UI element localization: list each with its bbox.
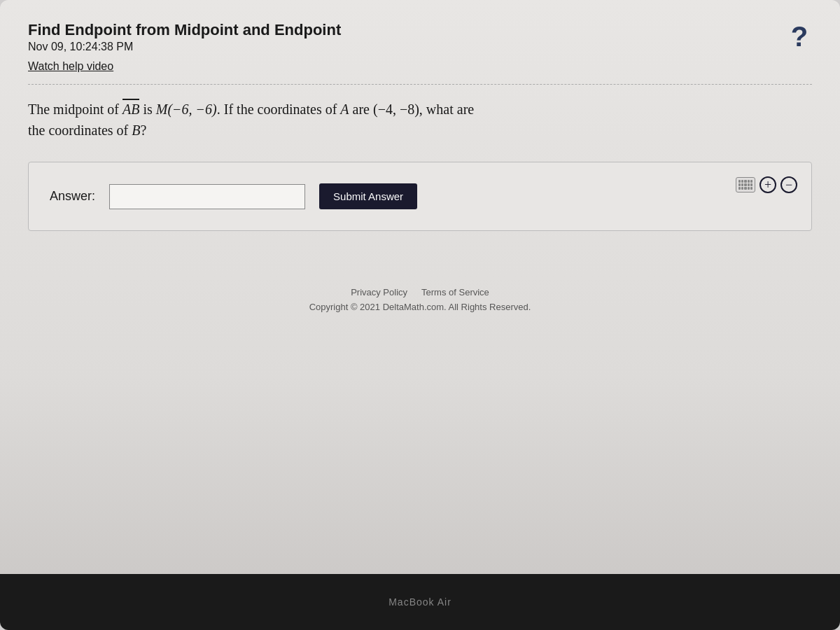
answer-input[interactable]: [109, 184, 305, 209]
timestamp: Nov 09, 10:24:38 PM: [28, 41, 787, 53]
problem-line2: the coordinates of: [28, 122, 132, 138]
terms-of-service-link[interactable]: Terms of Service: [421, 287, 489, 298]
point-b: B: [132, 122, 140, 138]
keyboard-icon[interactable]: [736, 177, 755, 192]
problem-line1-end: are (−4, −8), what are: [349, 102, 475, 117]
help-icon-container[interactable]: ?: [787, 22, 812, 53]
screen: Find Endpoint from Midpoint and Endpoint…: [0, 0, 840, 630]
footer-links: Privacy Policy Terms of Service: [28, 287, 812, 298]
question-mark-icon: ?: [791, 22, 808, 50]
separator: [28, 84, 812, 85]
midpoint-value: M(−6, −6): [156, 102, 217, 117]
watch-help-link[interactable]: Watch help video: [28, 60, 787, 73]
privacy-policy-link[interactable]: Privacy Policy: [351, 287, 407, 298]
problem-text: The midpoint of AB is M(−6, −6). If the …: [28, 99, 812, 141]
footer-copyright: Copyright © 2021 DeltaMath.com. All Righ…: [28, 302, 812, 312]
problem-line1-post: . If the coordinates of: [217, 102, 341, 117]
point-a: A: [340, 102, 349, 117]
footer: Privacy Policy Terms of Service Copyrigh…: [28, 287, 812, 312]
problem-line2-end: ?: [141, 122, 147, 138]
answer-label: Answer:: [50, 189, 95, 204]
header: Find Endpoint from Midpoint and Endpoint…: [28, 21, 812, 73]
decrease-font-button[interactable]: −: [780, 176, 797, 193]
submit-button[interactable]: Submit Answer: [319, 183, 417, 209]
problem-line1-pre: The midpoint of: [28, 102, 122, 117]
title-block: Find Endpoint from Midpoint and Endpoint…: [28, 21, 787, 73]
overline-ab: AB: [122, 99, 139, 120]
answer-box-controls: + −: [736, 176, 797, 193]
answer-box: Answer: Submit Answer + −: [28, 162, 812, 231]
problem-line1-mid: is: [139, 102, 155, 117]
bottom-bar: MacBook Air: [0, 574, 840, 630]
increase-font-button[interactable]: +: [760, 176, 776, 193]
content-area: Find Endpoint from Midpoint and Endpoint…: [0, 0, 840, 326]
macbook-label: MacBook Air: [388, 596, 451, 608]
problem-title: Find Endpoint from Midpoint and Endpoint: [28, 21, 787, 39]
